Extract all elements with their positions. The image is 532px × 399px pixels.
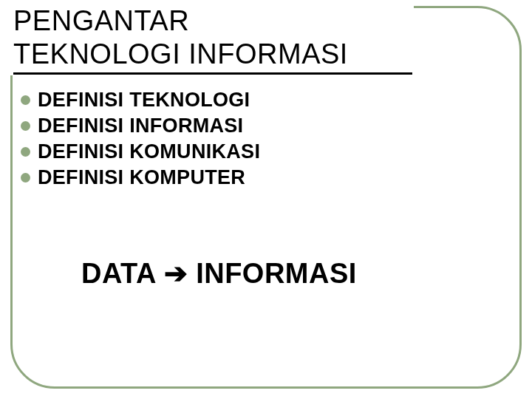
bullet-icon <box>21 173 30 183</box>
arrow-right-icon: ➔ <box>164 258 188 289</box>
bullet-icon <box>21 121 30 131</box>
bullet-icon <box>21 147 30 157</box>
footer-right: INFORMASI <box>196 258 357 289</box>
bullet-list: DEFINISI TEKNOLOGI DEFINISI INFORMASI DE… <box>21 89 260 192</box>
title-underline <box>13 72 412 75</box>
bullet-text: DEFINISI KOMUNIKASI <box>38 140 260 163</box>
title-line-1: PENGANTAR <box>13 5 189 36</box>
bullet-icon <box>21 95 30 105</box>
list-item: DEFINISI KOMPUTER <box>21 166 260 189</box>
bullet-text: DEFINISI INFORMASI <box>38 115 243 137</box>
bullet-text: DEFINISI TEKNOLOGI <box>38 89 250 112</box>
list-item: DEFINISI TEKNOLOGI <box>21 89 260 112</box>
slide-title: PENGANTAR TEKNOLOGI INFORMASI <box>13 4 348 71</box>
bullet-text: DEFINISI KOMPUTER <box>38 166 245 189</box>
footer-statement: DATA ➔ INFORMASI <box>81 257 357 290</box>
list-item: DEFINISI KOMUNIKASI <box>21 140 260 163</box>
title-line-2: TEKNOLOGI INFORMASI <box>13 38 348 69</box>
footer-left: DATA <box>81 258 156 289</box>
list-item: DEFINISI INFORMASI <box>21 115 260 137</box>
